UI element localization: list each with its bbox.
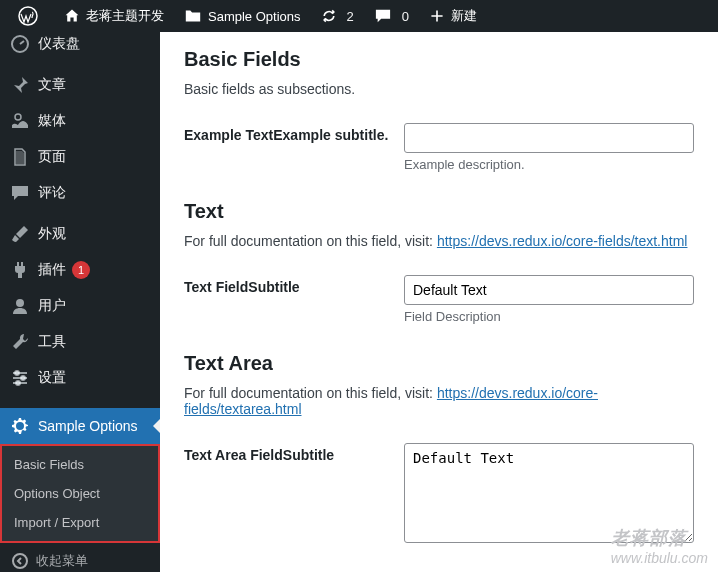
collapse-icon [10, 551, 30, 571]
admin-sidebar: 仪表盘 文章 媒体 页面 评论 外观 插件 1 用户 工具 设置 Samp [0, 32, 160, 572]
menu-tools[interactable]: 工具 [0, 324, 160, 360]
example-text-input[interactable] [404, 123, 694, 153]
page-icon [10, 147, 30, 167]
menu-comments[interactable]: 评论 [0, 175, 160, 211]
collapse-menu[interactable]: 收起菜单 [0, 543, 160, 572]
submenu-import-export[interactable]: Import / Export [2, 508, 158, 537]
watermark: 老蒋部落 www.itbulu.com [611, 526, 708, 566]
options-panel: Basic Fields Basic fields as subsections… [160, 32, 718, 572]
brush-icon [10, 224, 30, 244]
basic-fields-desc: Basic fields as subsections. [184, 81, 694, 97]
svg-point-2 [15, 114, 21, 120]
menu-sample-options[interactable]: Sample Options [0, 408, 160, 444]
plus-icon [429, 8, 445, 24]
pin-icon [10, 75, 30, 95]
textarea-section-doc: For full documentation on this field, vi… [184, 385, 694, 417]
user-icon [10, 296, 30, 316]
menu-settings[interactable]: 设置 [0, 360, 160, 396]
submenu-options-object[interactable]: Options Object [2, 479, 158, 508]
home-icon [64, 8, 80, 24]
comments[interactable]: 0 [364, 0, 419, 32]
example-text-help: Example description. [404, 157, 694, 172]
textarea-field-label: Text Area FieldSubtitle [184, 443, 404, 546]
menu-pages[interactable]: 页面 [0, 139, 160, 175]
wordpress-icon [18, 6, 38, 26]
gear-icon [10, 416, 30, 436]
textarea-section-heading: Text Area [184, 352, 694, 375]
basic-fields-heading: Basic Fields [184, 48, 694, 71]
text-field-help: Field Description [404, 309, 694, 324]
text-field-input[interactable] [404, 275, 694, 305]
menu-posts[interactable]: 文章 [0, 67, 160, 103]
adminbar-sample-options[interactable]: Sample Options [174, 0, 311, 32]
dashboard-icon [10, 34, 30, 54]
svg-point-5 [21, 376, 25, 380]
menu-users[interactable]: 用户 [0, 288, 160, 324]
text-field-label: Text FieldSubtitle [184, 275, 404, 324]
svg-point-7 [13, 554, 27, 568]
site-title: 老蒋主题开发 [86, 7, 164, 25]
submenu-basic-fields[interactable]: Basic Fields [2, 450, 158, 479]
wrench-icon [10, 332, 30, 352]
comment-icon [10, 183, 30, 203]
update-badge: 1 [72, 261, 90, 279]
svg-point-3 [16, 299, 24, 307]
menu-dashboard[interactable]: 仪表盘 [0, 26, 160, 62]
new-content[interactable]: 新建 [419, 0, 487, 32]
folder-icon [184, 8, 202, 24]
example-text-label: Example TextExample subtitle. [184, 123, 404, 172]
media-icon [10, 111, 30, 131]
menu-plugins[interactable]: 插件 1 [0, 252, 160, 288]
text-section-doc: For full documentation on this field, vi… [184, 233, 694, 249]
menu-media[interactable]: 媒体 [0, 103, 160, 139]
sliders-icon [10, 368, 30, 388]
menu-appearance[interactable]: 外观 [0, 216, 160, 252]
submenu-sample-options: Basic Fields Options Object Import / Exp… [0, 444, 160, 543]
svg-point-4 [15, 371, 19, 375]
text-section-heading: Text [184, 200, 694, 223]
comment-icon [374, 8, 392, 24]
text-doc-link[interactable]: https://devs.redux.io/core-fields/text.h… [437, 233, 688, 249]
refresh-icon [321, 8, 337, 24]
updates[interactable]: 2 [311, 0, 364, 32]
svg-point-6 [16, 381, 20, 385]
plug-icon [10, 260, 30, 280]
